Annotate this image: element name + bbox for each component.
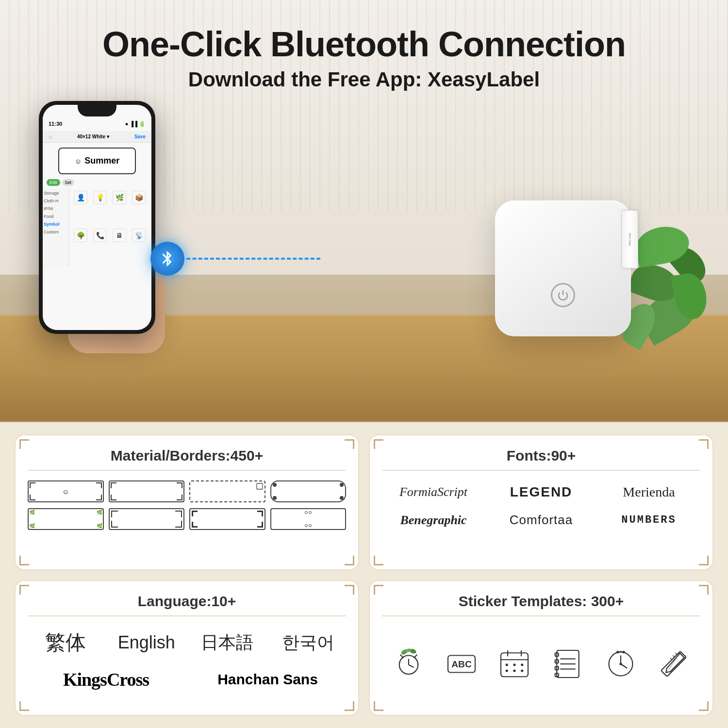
border-sample-8 xyxy=(270,508,347,530)
svg-point-33 xyxy=(619,662,622,665)
sidebar-item-4[interactable]: Food xyxy=(44,214,68,219)
svg-line-4 xyxy=(409,665,414,667)
card-corner-br xyxy=(345,556,354,565)
card-corner-tr xyxy=(345,439,354,449)
top-section: One-Click Bluetooth Connection Download … xyxy=(0,0,728,422)
bluetooth-dashed-line xyxy=(175,258,320,260)
ruler-pencil-svg xyxy=(657,647,691,681)
lang-korean: 한국어 xyxy=(270,628,347,658)
phone-icon[interactable]: 📦 xyxy=(132,191,146,204)
notebook-svg xyxy=(551,647,585,681)
svg-point-35 xyxy=(622,651,625,653)
svg-point-18 xyxy=(521,663,523,666)
material-borders-card: Material/Borders:450+ ☺ xyxy=(15,434,359,570)
sticker-icon-notebook xyxy=(551,647,585,681)
smartphone: 11:30 ● ▐▐ 🔋 ◁ 40×12 White ▾ Save ☺ Summ… xyxy=(39,101,155,334)
font-sample-script: FormiaScript xyxy=(382,481,485,503)
sidebar-item-5[interactable]: Symbol xyxy=(44,222,68,227)
phone-tab-set[interactable]: Set xyxy=(62,179,75,186)
card-corner-br xyxy=(345,701,354,711)
sticker-icon-alarm-clock xyxy=(392,647,426,681)
card-corner-br xyxy=(699,556,709,565)
borders-row-1: ☺ xyxy=(28,480,346,502)
label-tape-text: Skin-Care xyxy=(629,233,631,246)
svg-rect-1 xyxy=(257,483,263,489)
card-corner-br xyxy=(699,701,709,711)
calendar-svg xyxy=(497,647,531,681)
phone-icon[interactable]: 💡 xyxy=(93,191,107,204)
border-sample-1: ☺ xyxy=(28,480,104,502)
svg-line-39 xyxy=(676,653,678,655)
svg-text:ABC: ABC xyxy=(451,659,472,669)
phone-app-title: 40×12 White ▾ xyxy=(77,134,109,139)
card-corner-bl xyxy=(374,556,383,565)
svg-line-37 xyxy=(670,658,672,660)
svg-line-38 xyxy=(673,656,675,658)
card-corner-bl xyxy=(374,701,383,711)
material-borders-title: Material/Borders:450+ xyxy=(28,447,346,471)
card-corner-bl xyxy=(19,701,29,711)
border-sample-2 xyxy=(109,480,185,502)
alarm-clock-svg xyxy=(392,647,426,681)
printer-power-button[interactable] xyxy=(551,283,575,307)
lang-kings-cross: KingsCross xyxy=(28,669,184,690)
phone-icon[interactable]: 🌿 xyxy=(113,191,126,204)
printer-container: Skin-Care xyxy=(495,200,631,336)
font-sample-legend: LEGEND xyxy=(490,480,593,504)
phone-app-header: ◁ 40×12 White ▾ Save xyxy=(43,131,151,143)
main-title: One-Click Bluetooth Connection xyxy=(102,24,626,64)
phone-icon[interactable]: 🌳 xyxy=(74,229,87,242)
sidebar-item-3[interactable]: IP/W xyxy=(44,206,68,211)
svg-point-16 xyxy=(506,663,508,666)
lang-english: English xyxy=(109,629,185,656)
sticker-templates-title: Sticker Templates: 300+ xyxy=(382,593,700,616)
sticker-templates-card: Sticker Templates: 300+ xyxy=(369,580,713,716)
bluetooth-icon xyxy=(150,242,184,276)
phone-icon[interactable]: 📞 xyxy=(93,229,107,242)
phone-icons: ● ▐▐ 🔋 xyxy=(125,121,146,127)
scene-area: 11:30 ● ▐▐ 🔋 ◁ 40×12 White ▾ Save ☺ Summ… xyxy=(0,91,728,421)
card-corner-tr xyxy=(699,585,709,595)
sidebar-item-2[interactable]: Cloth-H xyxy=(44,199,68,203)
phone-icon[interactable]: 👤 xyxy=(74,191,87,204)
language-grid: 繁体 English 日本語 한국어 KingsCross Hanchan Sa… xyxy=(28,626,346,690)
header-area: One-Click Bluetooth Connection Download … xyxy=(102,0,626,91)
border-sample-5: 🌿 🌿 🌿 🌿 xyxy=(28,508,104,530)
phone-icons-grid: 👤 💡 🌿 📦 🌳 📞 🖥 📡 xyxy=(72,189,151,266)
phone-notch xyxy=(78,105,116,116)
printer-label-tape: Skin-Care xyxy=(621,210,638,268)
sidebar-item-1[interactable]: Storage xyxy=(44,191,68,196)
font-sample-numbers: NUMBERS xyxy=(597,510,700,530)
bluetooth-connection xyxy=(150,242,184,276)
phone-icon[interactable]: 📡 xyxy=(132,229,146,242)
font-sample-bene: Benegraphic xyxy=(382,509,485,531)
sidebar-item-6[interactable]: Custom xyxy=(44,230,68,234)
border-sample-7 xyxy=(189,508,265,530)
card-corner-tr xyxy=(345,585,354,595)
phone-tab-row: Edit Set xyxy=(43,179,151,186)
label-smiley-icon: ☺ xyxy=(75,157,82,165)
phone-save-btn[interactable]: Save xyxy=(134,134,146,139)
sticker-icons-row: ABC xyxy=(382,626,700,702)
sticker-icon-calendar xyxy=(497,647,531,681)
svg-point-19 xyxy=(506,669,508,672)
svg-point-21 xyxy=(521,669,523,672)
phone-screen: 11:30 ● ▐▐ 🔋 ◁ 40×12 White ▾ Save ☺ Summ… xyxy=(43,105,151,330)
phone-icon[interactable]: 🖥 xyxy=(113,229,126,242)
fonts-title: Fonts:90+ xyxy=(382,447,700,471)
svg-point-17 xyxy=(513,663,516,666)
card-corner-tl xyxy=(19,585,29,595)
language-title: Language:10+ xyxy=(28,593,346,616)
border-sample-6 xyxy=(109,508,185,530)
border-sample-4 xyxy=(270,480,347,502)
phone-sidebar: Storage Cloth-H IP/W Food Symbol Custom xyxy=(43,189,69,266)
phone-icon-area: Storage Cloth-H IP/W Food Symbol Custom … xyxy=(43,189,151,266)
clock-svg xyxy=(604,647,638,681)
sticker-icon-ruler-pencil xyxy=(657,647,691,681)
phone-status-bar: 11:30 ● ▐▐ 🔋 xyxy=(43,116,151,131)
font-sample-merienda: Merienda xyxy=(597,480,700,504)
phone-tab-edit[interactable]: Edit xyxy=(47,179,60,186)
card-corner-tl xyxy=(374,439,383,449)
border-sample-3 xyxy=(189,480,265,502)
phone-time: 11:30 xyxy=(49,121,62,127)
